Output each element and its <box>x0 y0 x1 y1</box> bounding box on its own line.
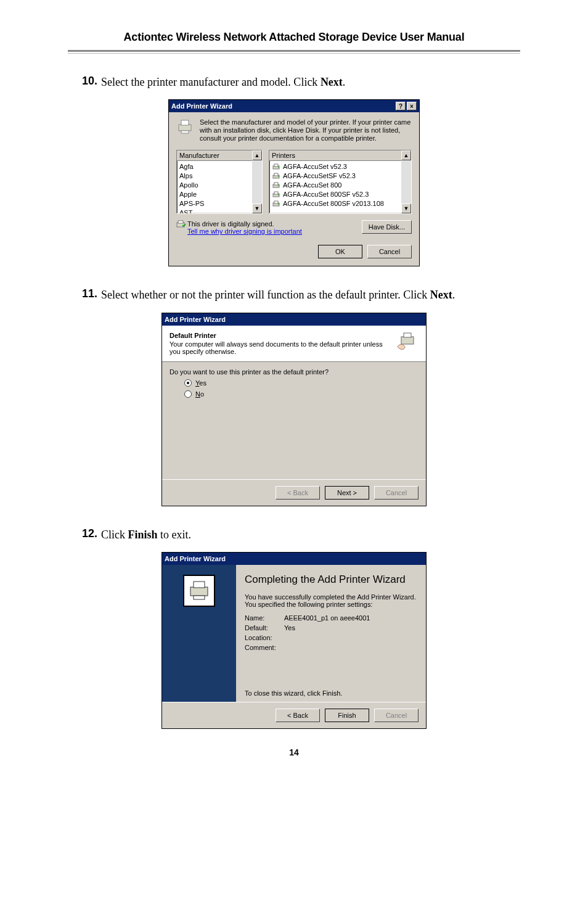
titlebar: Add Printer Wizard <box>162 313 426 326</box>
complete-sub2: You specified the following printer sett… <box>245 601 417 608</box>
printers-header: Printers <box>269 150 411 161</box>
dialog-complete: Add Printer Wizard Completing the Add Pr… <box>161 552 427 729</box>
signed-text: This driver is digitally signed. <box>187 220 362 228</box>
manufacturer-listbox[interactable]: Manufacturer Agfa Alps Apollo Apple APS-… <box>176 150 263 214</box>
wizard-graphic <box>162 565 236 702</box>
back-button[interactable]: < Back <box>276 709 320 722</box>
list-item[interactable]: AGFA-AccuSet 800SF v2013.108 <box>271 199 410 208</box>
svg-point-5 <box>278 167 279 168</box>
svg-rect-16 <box>274 201 278 204</box>
svg-rect-10 <box>274 183 278 185</box>
scrollbar[interactable]: ▲ ▼ <box>401 150 411 213</box>
have-disk-button[interactable]: Have Disk... <box>362 220 412 234</box>
scrollbar[interactable]: ▲ ▼ <box>252 150 262 213</box>
svg-rect-1 <box>181 120 189 125</box>
list-item[interactable]: Apple <box>178 190 261 199</box>
titlebar: Add Printer Wizard <box>162 553 426 565</box>
svg-rect-23 <box>194 582 205 588</box>
back-button: < Back <box>276 486 320 500</box>
cancel-button[interactable]: Cancel <box>367 245 412 258</box>
dialog-default-printer: Add Printer Wizard Default Printer Your … <box>161 313 427 506</box>
help-button[interactable]: ? <box>396 102 406 110</box>
svg-rect-19 <box>178 221 183 223</box>
list-item[interactable]: AST <box>178 208 261 214</box>
printer-hand-icon <box>394 332 419 355</box>
printer-item-icon <box>272 163 280 171</box>
signed-link[interactable]: Tell me why driver signing is important <box>187 228 302 235</box>
printer-item-icon <box>272 200 280 208</box>
signed-icon <box>176 220 187 230</box>
close-hint: To close this wizard, click Finish. <box>245 689 417 697</box>
step-11: 11. Select whether or not the printer wi… <box>68 287 520 302</box>
step-text-a: Select whether or not the printer will f… <box>101 289 430 301</box>
step-12: 12. Click Finish to exit. <box>68 527 520 542</box>
printer-item-icon <box>272 173 280 180</box>
finish-button[interactable]: Finish <box>325 709 369 722</box>
manual-title: Actiontec Wireless Network Attached Stor… <box>68 31 520 44</box>
manufacturer-header: Manufacturer <box>177 150 262 161</box>
dialog-header: Default Printer Your computer will alway… <box>162 326 426 362</box>
cancel-button: Cancel <box>374 486 419 500</box>
titlebar: Add Printer Wizard ? × <box>169 100 419 112</box>
printer-icon <box>176 118 194 142</box>
ok-button[interactable]: OK <box>318 245 362 258</box>
radio-dot-icon <box>184 390 192 398</box>
step-10: 10. Select the printer manufacturer and … <box>68 75 520 89</box>
cancel-button: Cancel <box>374 709 419 722</box>
step-text-bold: Next <box>321 76 343 88</box>
radio-dot-icon <box>184 379 192 387</box>
step-text: Select the printer manufacturer and mode… <box>101 75 345 89</box>
list-item[interactable]: AGFA-AccuSet 800SF v52.3 <box>271 190 410 199</box>
titlebar-text: Add Printer Wizard <box>165 555 226 562</box>
complete-heading: Completing the Add Printer Wizard <box>245 574 417 586</box>
scroll-up-icon[interactable]: ▲ <box>252 150 262 160</box>
radio-yes[interactable]: Yes <box>184 379 419 387</box>
summary-row: Default:Yes <box>245 623 417 633</box>
list-item[interactable]: Apollo <box>178 181 261 190</box>
svg-rect-21 <box>404 333 411 337</box>
printer-item-icon <box>272 191 280 199</box>
step-number: 12. <box>68 527 97 540</box>
titlebar-text: Add Printer Wizard <box>171 102 232 110</box>
svg-point-8 <box>278 176 279 177</box>
printer-item-icon <box>272 182 280 189</box>
svg-rect-4 <box>274 164 278 167</box>
svg-rect-7 <box>274 173 278 176</box>
svg-point-11 <box>278 185 279 186</box>
page-number: 14 <box>68 747 520 757</box>
svg-rect-24 <box>194 596 205 599</box>
list-item[interactable]: Agfa <box>178 162 261 171</box>
svg-rect-20 <box>401 337 414 344</box>
step-text-b: . <box>452 289 455 301</box>
radio-no[interactable]: No <box>184 390 419 398</box>
step-text-a: Click <box>101 529 128 541</box>
summary-row: Location: <box>245 633 417 643</box>
step-text: Select whether or not the printer will f… <box>101 287 455 302</box>
step-number: 11. <box>68 287 97 300</box>
svg-rect-22 <box>190 587 208 596</box>
next-button[interactable]: Next > <box>325 486 369 500</box>
svg-rect-2 <box>181 131 189 133</box>
svg-rect-13 <box>274 192 278 194</box>
scroll-down-icon[interactable]: ▼ <box>252 204 262 213</box>
close-button[interactable]: × <box>407 102 417 110</box>
default-question: Do you want to use this printer as the d… <box>169 368 419 376</box>
list-item[interactable]: APS-PS <box>178 199 261 208</box>
svg-point-17 <box>278 204 279 205</box>
step-text-bold: Next <box>430 289 452 301</box>
printer-icon <box>183 575 215 607</box>
dialog-description: Select the manufacturer and model of you… <box>200 118 412 142</box>
titlebar-text: Add Printer Wizard <box>165 316 226 323</box>
list-item[interactable]: AGFA-AccuSet v52.3 <box>271 162 410 171</box>
printers-listbox[interactable]: Printers AGFA-AccuSet v52.3 AGFA-AccuSet… <box>269 150 412 214</box>
complete-sub1: You have successfully completed the Add … <box>245 593 417 601</box>
step-text: Click Finish to exit. <box>101 527 191 542</box>
dialog-subheading: Your computer will always send documents… <box>169 340 394 355</box>
list-item[interactable]: AGFA-AccuSet 800 <box>271 181 410 190</box>
list-item[interactable]: AGFA-AccuSetSF v52.3 <box>271 171 410 181</box>
summary-row: Name:AEEE4001_p1 on aeee4001 <box>245 613 417 623</box>
scroll-down-icon[interactable]: ▼ <box>401 204 411 213</box>
list-item[interactable]: Alps <box>178 171 261 181</box>
step-text-b: . <box>343 76 346 88</box>
scroll-up-icon[interactable]: ▲ <box>401 150 411 160</box>
